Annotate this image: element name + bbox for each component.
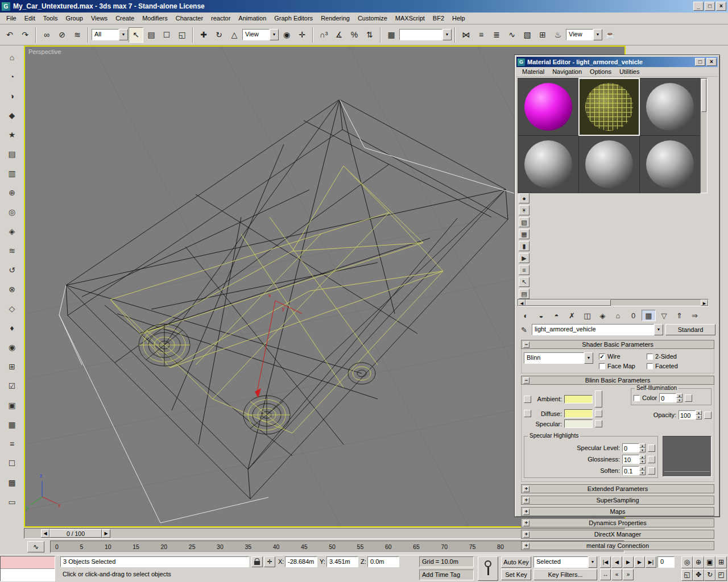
spinner-arrows[interactable]: ▲▼	[639, 466, 646, 475]
collapse-icon[interactable]: −	[523, 342, 530, 348]
shader-flag[interactable]: 2-Sided	[647, 353, 694, 360]
opacity-spinner[interactable]: 100 ▲▼	[679, 410, 702, 419]
app-titlebar[interactable]: G My_Car_Untextured.max - 3ds max 7 - St…	[0, 0, 728, 13]
curve-editor-icon[interactable]: ∿	[504, 27, 519, 43]
make-material-copy-icon[interactable]: ◫	[580, 310, 594, 321]
collapse-icon[interactable]: −	[523, 377, 530, 384]
time-slider-track[interactable]	[25, 529, 41, 538]
rect-selection-region-icon[interactable]: ☐	[159, 27, 174, 43]
pan-icon[interactable]: ✥	[693, 569, 704, 581]
shader-flag[interactable]: ✓ Wire	[599, 353, 643, 360]
highlight-map-button[interactable]	[648, 444, 655, 452]
maximize-button[interactable]: □	[705, 2, 715, 11]
menu-item[interactable]: Animation	[234, 14, 270, 23]
snap-toggle-3d-icon[interactable]: ∩³	[316, 27, 331, 43]
shader-flag[interactable]: Face Map	[599, 363, 643, 369]
render-scene-icon[interactable]: ♨	[551, 27, 565, 43]
highlight-value[interactable]: 10	[622, 455, 639, 464]
shader-flag[interactable]: Faceted	[647, 363, 694, 369]
material-editor-options-icon[interactable]: ≡	[519, 265, 530, 275]
side-tool-icon[interactable]: ♦	[5, 321, 19, 335]
scrollbar-thumb[interactable]	[526, 300, 611, 306]
menu-item[interactable]: BF2	[429, 14, 448, 23]
show-end-result-icon[interactable]: ▽	[657, 310, 671, 321]
key-mode-dropdown[interactable]: Selected ▼	[533, 556, 597, 568]
frame-back-icon[interactable]: ◀	[41, 529, 49, 538]
collapsed-rollout-header[interactable]: + Extended Parameters	[521, 484, 714, 493]
side-tool-icon[interactable]: ⌂	[5, 50, 19, 64]
material-type-button[interactable]: Standard	[665, 324, 715, 335]
material-editor-close-button[interactable]: ×	[706, 58, 717, 66]
menu-item[interactable]: Customize	[354, 14, 391, 23]
select-and-move-icon[interactable]: ✚	[196, 27, 211, 43]
zoom-extents-icon[interactable]: ▣	[704, 556, 715, 568]
listener-script-row[interactable]	[1, 569, 55, 581]
scroll-right-icon[interactable]: ▶	[701, 300, 708, 306]
highlight-spinner[interactable]: 0 ▲▼	[622, 443, 646, 452]
collapsed-rollout-header[interactable]: + Dynamics Properties	[521, 518, 714, 527]
material-id-channel-icon[interactable]: 0	[626, 310, 640, 321]
video-color-check-icon[interactable]: ▮	[519, 241, 530, 251]
y-coordinate-field[interactable]: 3.451m	[326, 556, 358, 567]
quick-render-icon[interactable]: ☕	[603, 27, 618, 43]
unlink-selection-icon[interactable]: ⊘	[55, 27, 69, 43]
expand-icon[interactable]: +	[523, 509, 530, 515]
select-and-link-icon[interactable]: ∞	[39, 27, 54, 43]
side-tool-icon[interactable]: ◉	[5, 340, 19, 354]
chevron-down-icon[interactable]: ▼	[119, 29, 128, 40]
side-tool-icon[interactable]: ◈	[5, 224, 19, 238]
highlight-spinner[interactable]: 0.1 ▲▼	[622, 466, 646, 475]
lock-swatches-icon[interactable]	[595, 390, 602, 408]
menu-item[interactable]: Help	[448, 14, 469, 23]
menu-item[interactable]: Rendering	[317, 14, 354, 23]
go-to-end-button[interactable]: ▶|	[646, 556, 656, 568]
play-button[interactable]: ▶	[623, 556, 634, 568]
make-unique-icon[interactable]: ◈	[595, 310, 610, 321]
side-tool-icon[interactable]: ▭	[5, 494, 19, 509]
material-editor-icon[interactable]: ⊞	[535, 27, 550, 43]
side-tool-icon[interactable]: ◇	[5, 301, 19, 315]
use-pivot-point-center-icon[interactable]: ◉	[279, 27, 294, 43]
mirror-icon[interactable]: ⋈	[458, 27, 473, 43]
menu-item[interactable]: reactor	[207, 14, 234, 23]
menu-item[interactable]: Options	[586, 68, 615, 76]
backlight-icon[interactable]: ☀	[519, 205, 530, 215]
sample-slots-vertical-scrollbar[interactable]	[700, 78, 708, 193]
checkbox[interactable]	[599, 363, 605, 369]
assign-material-to-selection-icon[interactable]: ◓	[549, 310, 564, 321]
select-and-manipulate-icon[interactable]: ✛	[295, 27, 309, 43]
menu-item[interactable]: Group	[61, 14, 87, 23]
menu-item[interactable]: File	[2, 14, 20, 23]
close-button[interactable]: ×	[716, 2, 726, 11]
expand-icon[interactable]: +	[523, 543, 530, 549]
rollout-header[interactable]: − Shader Basic Parameters	[521, 340, 714, 349]
expand-icon[interactable]: +	[523, 497, 530, 504]
chevron-down-icon[interactable]: ▼	[442, 29, 452, 40]
material-editor-titlebar[interactable]: G Material Editor - light_armored_vehicl…	[516, 57, 718, 67]
spinner-arrows[interactable]: ▲▼	[639, 455, 646, 464]
add-time-tag-field[interactable]: Add Time Tag	[419, 569, 474, 580]
zoom-region-icon[interactable]: ◱	[681, 569, 693, 581]
chevron-down-icon[interactable]: ▼	[270, 29, 279, 40]
self-illumination-map-button[interactable]	[685, 394, 692, 402]
zoom-all-icon[interactable]: ⊕	[693, 556, 704, 568]
chevron-down-icon[interactable]: ▼	[588, 556, 597, 568]
checkbox[interactable]	[647, 354, 653, 360]
side-tool-icon[interactable]: ◔	[5, 69, 19, 84]
collapsed-rollout-header[interactable]: + DirectX Manager	[521, 530, 714, 539]
scrollbar-track[interactable]	[611, 300, 701, 306]
next-frame-button[interactable]: ▶	[634, 556, 645, 568]
named-selection-dropdown[interactable]: ▼	[399, 29, 452, 40]
self-illumination-color-checkbox[interactable]	[634, 395, 640, 401]
highlight-map-button[interactable]	[648, 456, 655, 463]
side-tool-icon[interactable]: ▦	[5, 417, 19, 431]
side-tool-icon[interactable]: ▣	[5, 398, 19, 412]
maxscript-mini-listener[interactable]	[0, 556, 55, 581]
previous-key-button[interactable]: «	[611, 569, 622, 580]
self-illumination-spinner[interactable]: 0 ▲▼	[659, 393, 682, 402]
material-name-dropdown[interactable]: light_armored_vehicle ▼	[532, 324, 663, 335]
highlight-value[interactable]: 0.1	[622, 466, 639, 475]
bind-to-space-warp-icon[interactable]: ≋	[70, 27, 85, 43]
menu-item[interactable]: Utilities	[616, 68, 643, 76]
checkbox[interactable]: ✓	[599, 354, 605, 360]
